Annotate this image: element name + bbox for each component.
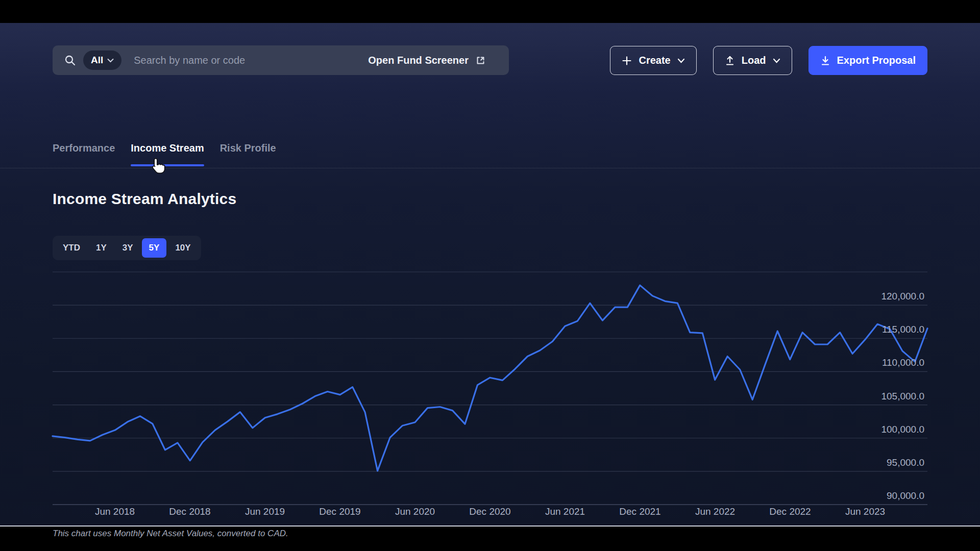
- y-axis-label: 100,000.0: [881, 424, 924, 435]
- load-button[interactable]: Load: [713, 46, 792, 75]
- tab-bar: PerformanceIncome StreamRisk Profile: [53, 140, 276, 166]
- app-window: All Open Fund Screener Create: [0, 0, 980, 551]
- create-button[interactable]: Create: [610, 46, 696, 75]
- search-input[interactable]: [133, 54, 368, 67]
- range-button-10y[interactable]: 10Y: [168, 238, 198, 258]
- x-axis-label: Jun 2022: [695, 506, 735, 517]
- search-filter-dropdown[interactable]: All: [83, 51, 121, 70]
- x-axis-label: Jun 2020: [395, 506, 435, 517]
- toolbar-actions: Create Load Export Proposal: [610, 46, 927, 75]
- x-axis-label: Dec 2022: [769, 506, 811, 517]
- time-range-selector: YTD1Y3Y5Y10Y: [53, 236, 201, 260]
- x-axis-label: Jun 2018: [95, 506, 135, 517]
- search-filter-label: All: [91, 55, 103, 66]
- y-axis-label: 110,000.0: [882, 357, 924, 368]
- chart-x-axis: Jun 2018Dec 2018Jun 2019Dec 2019Jun 2020…: [53, 506, 927, 519]
- x-axis-label: Jun 2023: [845, 506, 885, 517]
- range-button-3y[interactable]: 3Y: [115, 238, 140, 258]
- tab-risk-profile[interactable]: Risk Profile: [220, 140, 276, 166]
- range-button-ytd[interactable]: YTD: [56, 238, 87, 258]
- open-fund-screener-link[interactable]: Open Fund Screener: [368, 55, 497, 66]
- range-button-5y[interactable]: 5Y: [142, 238, 167, 258]
- tab-performance[interactable]: Performance: [53, 140, 115, 166]
- line-chart-svg: [53, 268, 927, 505]
- main-content: All Open Fund Screener Create: [0, 23, 980, 527]
- y-axis-label: 95,000.0: [887, 457, 924, 468]
- chevron-down-icon: [773, 58, 780, 63]
- plus-icon: [622, 56, 632, 66]
- open-external-icon: [476, 56, 485, 65]
- tab-income-stream[interactable]: Income Stream: [131, 140, 204, 166]
- income-stream-chart[interactable]: 120,000.0115,000.0110,000.0105,000.0100,…: [53, 268, 927, 505]
- load-button-label: Load: [742, 55, 766, 66]
- page-title: Income Stream Analytics: [53, 190, 236, 208]
- create-button-label: Create: [639, 55, 670, 66]
- x-axis-label: Dec 2018: [169, 506, 210, 517]
- chevron-down-icon: [677, 58, 685, 63]
- export-proposal-button[interactable]: Export Proposal: [808, 46, 927, 75]
- chart-footnote: This chart uses Monthly Net Asset Values…: [53, 529, 288, 539]
- upload-icon: [725, 55, 735, 66]
- export-proposal-label: Export Proposal: [837, 55, 916, 66]
- y-axis-label: 115,000.0: [882, 324, 924, 335]
- download-icon: [820, 55, 830, 66]
- x-axis-label: Jun 2021: [545, 506, 585, 517]
- y-axis-label: 105,000.0: [881, 391, 924, 402]
- y-axis-label: 120,000.0: [881, 291, 924, 302]
- tab-divider: [0, 168, 980, 168]
- open-fund-screener-label: Open Fund Screener: [368, 55, 469, 66]
- search-icon: [64, 54, 76, 66]
- y-axis-label: 90,000.0: [887, 490, 924, 502]
- x-axis-label: Jun 2019: [245, 506, 285, 517]
- range-button-1y[interactable]: 1Y: [89, 238, 114, 258]
- x-axis-label: Dec 2020: [469, 506, 510, 517]
- search-bar: All Open Fund Screener: [53, 45, 509, 75]
- nav-series-line: [53, 285, 927, 471]
- chevron-down-icon: [107, 58, 114, 63]
- x-axis-label: Dec 2021: [619, 506, 660, 517]
- x-axis-label: Dec 2019: [319, 506, 360, 517]
